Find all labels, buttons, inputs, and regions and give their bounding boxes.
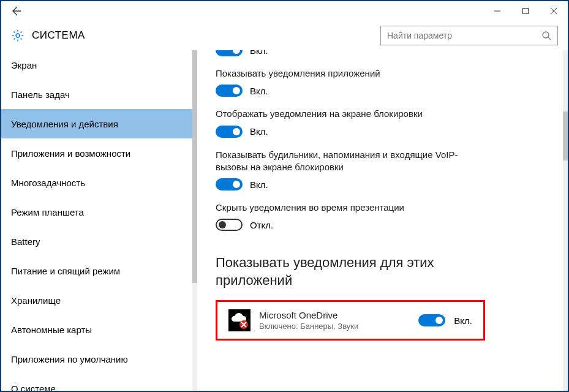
setting-label: Показывать уведомления приложений (216, 67, 485, 80)
sidebar-item-power-sleep[interactable]: Питание и спящий режим (1, 256, 192, 285)
sidebar-item-taskbar[interactable]: Панель задач (1, 80, 192, 109)
toggle[interactable] (216, 85, 243, 97)
content-scroll-thumb[interactable] (563, 111, 568, 160)
sidebar-item-tablet-mode[interactable]: Режим планшета (1, 197, 192, 227)
maximize-icon (522, 7, 529, 15)
section-heading: Показывать уведомления для этих приложен… (216, 254, 485, 289)
back-button[interactable] (6, 1, 26, 21)
titlebar (1, 1, 568, 21)
toggle-state: Откл. (250, 220, 273, 230)
body: Экран Панель задач Уведомления и действи… (1, 50, 568, 391)
content: Вкл. Показывать уведомления приложений В… (197, 50, 568, 391)
close-icon (550, 7, 557, 15)
arrow-left-icon (10, 6, 21, 17)
toggle[interactable] (418, 314, 445, 326)
sidebar-item-label: Автономные карты (11, 325, 92, 335)
app-name: Microsoft OneDrive (259, 310, 410, 320)
toggle[interactable] (216, 219, 243, 231)
toggle-state: Вкл. (250, 86, 268, 96)
sidebar-item-offline-maps[interactable]: Автономные карты (1, 315, 192, 344)
header: СИСТЕМА Найти параметр (1, 21, 568, 50)
svg-point-5 (543, 32, 549, 38)
sidebar-item-label: Многозадачность (11, 178, 85, 188)
sidebar-item-notifications[interactable]: Уведомления и действия (1, 109, 192, 138)
sidebar-item-storage[interactable]: Хранилище (1, 285, 192, 315)
search-input[interactable]: Найти параметр (380, 26, 558, 45)
sidebar-item-label: Приложения по умолчанию (11, 354, 128, 364)
toggle-state: Вкл. (250, 50, 268, 56)
setting-alarms-voip: Показывать будильники, напоминания и вхо… (216, 149, 553, 191)
toggle[interactable] (216, 178, 243, 190)
sidebar-item-label: Экран (11, 60, 37, 70)
onedrive-icon (228, 309, 251, 331)
toggle-state: Вкл. (250, 126, 268, 137)
setting-label: Отображать уведомления на экране блокиро… (216, 108, 485, 120)
caption-controls (483, 1, 568, 21)
sidebar-item-multitasking[interactable]: Многозадачность (1, 168, 192, 197)
sidebar-item-battery[interactable]: Battery (1, 227, 192, 256)
sidebar-item-label: Режим планшета (11, 207, 84, 217)
svg-rect-1 (523, 9, 529, 14)
toggle-state: Вкл. (454, 315, 472, 326)
maximize-button[interactable] (511, 1, 540, 21)
sidebar-item-display[interactable]: Экран (1, 50, 192, 80)
sidebar-item-label: Питание и спящий режим (11, 266, 120, 276)
sidebar-item-label: Панель задач (11, 89, 70, 100)
sidebar-item-apps-features[interactable]: Приложения и возможности (1, 138, 192, 168)
setting-hide-presentation: Скрыть уведомления во время презентации … (216, 202, 553, 231)
app-notification-row[interactable]: Microsoft OneDrive Включено: Баннеры, Зв… (216, 300, 485, 341)
page-title: СИСТЕМА (32, 29, 85, 42)
svg-point-4 (16, 34, 20, 37)
gear-icon (11, 29, 24, 42)
toggle[interactable] (216, 50, 243, 56)
setting-lockscreen-notifications: Отображать уведомления на экране блокиро… (216, 108, 553, 137)
sidebar-item-about[interactable]: О системе (1, 374, 192, 391)
sidebar-item-label: О системе (11, 383, 56, 391)
toggle-state: Вкл. (250, 179, 268, 190)
svg-line-6 (548, 37, 551, 40)
sidebar: Экран Панель задач Уведомления и действи… (1, 50, 197, 391)
setting-row-partial: Вкл. (216, 50, 553, 56)
sidebar-item-label: Уведомления и действия (11, 119, 118, 129)
toggle[interactable] (216, 126, 243, 138)
search-icon (541, 31, 551, 40)
search-placeholder: Найти параметр (387, 31, 541, 40)
content-scrollbar[interactable] (563, 50, 568, 391)
close-button[interactable] (540, 1, 568, 21)
settings-window: СИСТЕМА Найти параметр Экран Панель зада… (0, 0, 569, 392)
setting-label: Скрыть уведомления во время презентации (216, 202, 485, 214)
setting-app-notifications: Показывать уведомления приложений Вкл. (216, 67, 553, 97)
app-subtitle: Включено: Баннеры, Звуки (259, 322, 410, 331)
sidebar-item-default-apps[interactable]: Приложения по умолчанию (1, 344, 192, 374)
header-left: СИСТЕМА (11, 29, 85, 42)
sidebar-item-label: Battery (11, 236, 40, 247)
sidebar-item-label: Приложения и возможности (11, 148, 130, 159)
app-text: Microsoft OneDrive Включено: Баннеры, Зв… (259, 310, 410, 331)
sidebar-scrollbar[interactable] (192, 50, 197, 391)
setting-label: Показывать будильники, напоминания и вхо… (216, 149, 485, 174)
minimize-button[interactable] (483, 1, 511, 21)
sidebar-scroll-thumb[interactable] (192, 50, 197, 283)
sidebar-item-label: Хранилище (11, 295, 61, 306)
minimize-icon (494, 7, 501, 15)
